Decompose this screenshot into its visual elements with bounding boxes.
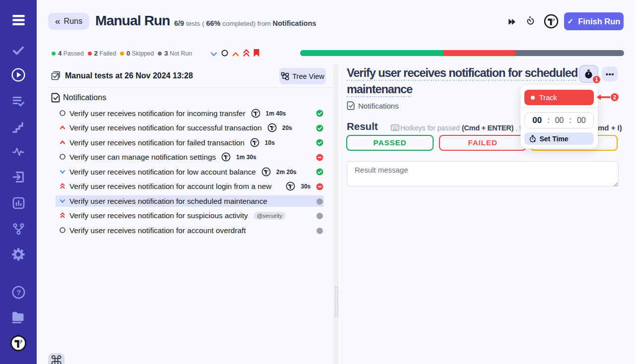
svg-text:?: ? <box>16 288 20 297</box>
